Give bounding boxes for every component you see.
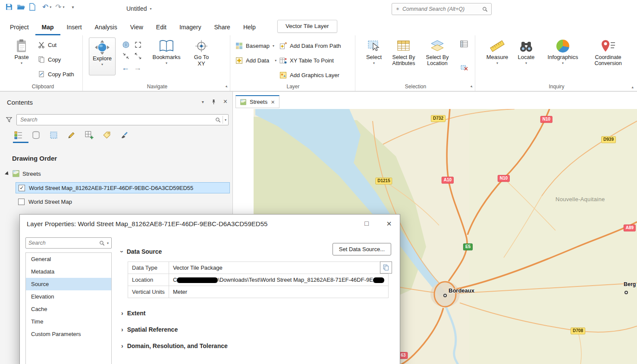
data-source-section-header[interactable]: › Data Source	[121, 248, 162, 255]
dialog-search[interactable]: ▾	[25, 237, 112, 249]
tab-edit[interactable]: Edit	[150, 19, 173, 35]
coordinate-conversion-button[interactable]: Coordinate Conversion	[589, 38, 627, 67]
list-by-labeling-button[interactable]	[101, 130, 112, 140]
open-project-icon[interactable]	[17, 3, 25, 11]
nav-item-source[interactable]: Source	[26, 278, 111, 290]
list-by-drawing-order-button[interactable]	[13, 130, 23, 140]
infographics-dropdown-icon[interactable]: ▾	[562, 61, 564, 65]
tab-analysis[interactable]: Analysis	[88, 19, 124, 35]
nav-item-cache[interactable]: Cache	[26, 303, 111, 315]
save-project-icon[interactable]	[5, 3, 13, 11]
tab-insert[interactable]: Insert	[60, 19, 88, 35]
infographics-button[interactable]: Infographics ▾	[546, 38, 580, 65]
filter-icon[interactable]	[6, 116, 13, 123]
new-project-icon[interactable]	[29, 3, 36, 11]
copy-button[interactable]: Copy	[38, 55, 61, 64]
list-by-data-source-button[interactable]	[31, 130, 41, 140]
zoom-expand-button[interactable]	[134, 52, 142, 60]
tree-item-map[interactable]: Streets	[5, 170, 41, 177]
add-graphics-layer-button[interactable]: Add Graphics Layer	[279, 71, 339, 79]
search-chevron-icon[interactable]: ▾	[107, 241, 109, 245]
attribute-table-button[interactable]	[460, 40, 468, 48]
layer-row-vector-tile[interactable]: ✓ World Street Map_81262AE8-71EF-46DF-9E…	[16, 182, 230, 193]
basemap-button[interactable]: Basemap ▾	[235, 41, 274, 50]
command-search-input[interactable]	[402, 6, 480, 12]
undo-dropdown-icon[interactable]: ▾	[50, 5, 51, 9]
locate-dropdown-icon[interactable]: ▾	[525, 61, 527, 65]
zoom-contract-button[interactable]	[122, 52, 130, 60]
command-search[interactable]: ✶	[392, 3, 492, 15]
add-data-button[interactable]: Add Data ▾	[235, 56, 276, 65]
list-by-editing-button[interactable]	[66, 130, 76, 140]
add-data-from-path-button[interactable]: Add Data From Path	[279, 41, 341, 50]
redo-button[interactable]: ↷▾	[55, 3, 64, 11]
maximize-icon[interactable]: □	[360, 217, 373, 230]
extent-section-header[interactable]: › Extent	[121, 310, 145, 317]
dialog-search-input[interactable]	[28, 240, 97, 246]
expand-collapse-icon[interactable]	[5, 171, 10, 176]
nav-item-general[interactable]: General	[26, 253, 111, 265]
set-data-source-button[interactable]: Set Data Source...	[333, 243, 391, 255]
add-data-from-path-icon	[279, 42, 287, 50]
bookmarks-dropdown-icon[interactable]: ▾	[166, 61, 167, 65]
clear-selection-button[interactable]	[460, 64, 468, 72]
select-by-location-button[interactable]: Select By Location	[423, 38, 452, 67]
full-extent-button[interactable]	[122, 40, 130, 49]
paste-button[interactable]: Paste ▾	[10, 38, 33, 65]
add-data-dropdown-icon[interactable]: ▾	[275, 59, 276, 62]
select-by-attributes-button[interactable]: Select By Attributes	[389, 38, 418, 67]
copy-location-button[interactable]	[380, 261, 392, 274]
close-tab-icon[interactable]: ×	[271, 98, 275, 106]
explore-dropdown-icon[interactable]: ▾	[101, 62, 103, 66]
nav-item-custom-parameters[interactable]: Custom Parameters	[26, 328, 111, 340]
search-options-chevron-icon[interactable]: ▾	[225, 118, 226, 122]
ribbon-collapse-icon[interactable]: ▴	[631, 85, 634, 89]
xy-table-to-point-button[interactable]: XY Table To Point	[279, 56, 334, 65]
spatial-reference-section-header[interactable]: › Spatial Reference	[121, 326, 178, 333]
project-title[interactable]: Untitled ▾	[126, 5, 151, 12]
nav-item-time[interactable]: Time	[26, 315, 111, 328]
copy-path-button[interactable]: Copy Path	[38, 70, 74, 78]
list-by-symbology-button[interactable]	[119, 130, 129, 140]
previous-extent-button[interactable]: ←	[122, 64, 129, 72]
undo-button[interactable]: ↶▾	[42, 3, 51, 11]
domain-resolution-tolerance-section-header[interactable]: › Domain, Resolution, and Tolerance	[121, 342, 228, 349]
tab-project[interactable]: Project	[3, 19, 35, 35]
select-button[interactable]: Select ▾	[363, 38, 385, 65]
customize-toolbar-icon[interactable]: ▾	[72, 5, 74, 9]
map-view-tab-streets[interactable]: Streets ×	[235, 95, 279, 108]
nav-item-metadata[interactable]: Metadata	[26, 265, 111, 278]
redo-dropdown-icon[interactable]: ▾	[63, 5, 65, 9]
go-to-xy-button[interactable]: Go To XY	[190, 38, 213, 67]
bookmarks-button[interactable]: Bookmarks ▾	[150, 38, 183, 65]
paste-dropdown-icon[interactable]: ▾	[21, 61, 22, 65]
cut-button[interactable]: Cut	[38, 40, 56, 49]
next-extent-button[interactable]: →	[134, 64, 141, 72]
select-dropdown-icon[interactable]: ▾	[373, 61, 375, 65]
contents-search[interactable]: ▾	[16, 114, 229, 125]
layer-checkbox-checked[interactable]: ✓	[19, 185, 25, 191]
list-by-selection-button[interactable]	[48, 130, 59, 140]
tab-imagery[interactable]: Imagery	[173, 19, 208, 35]
list-by-snapping-button[interactable]	[84, 130, 94, 140]
fixed-zoom-in-button[interactable]	[134, 40, 142, 49]
measure-dropdown-icon[interactable]: ▾	[496, 61, 498, 65]
pane-menu-chevron-icon[interactable]: ▾	[202, 100, 204, 104]
close-icon[interactable]: ×	[383, 217, 395, 230]
tab-help[interactable]: Help	[237, 19, 262, 35]
nav-item-elevation[interactable]: Elevation	[26, 290, 111, 303]
measure-button[interactable]: Measure ▾	[485, 38, 510, 65]
basemap-dropdown-icon[interactable]: ▾	[273, 44, 274, 48]
layer-checkbox-unchecked[interactable]	[18, 199, 25, 205]
locate-button[interactable]: Locate ▾	[515, 38, 537, 65]
close-pane-icon[interactable]: ×	[223, 99, 227, 105]
explore-button[interactable]: Explore ▾	[89, 37, 116, 75]
tab-vector-tile-layer[interactable]: Vector Tile Layer	[277, 20, 337, 33]
pin-icon[interactable]	[211, 99, 217, 105]
layer-row-world-street-map[interactable]: World Street Map	[16, 196, 230, 207]
tab-map[interactable]: Map	[35, 19, 60, 35]
dialog-title-bar[interactable]: Layer Properties: World Street Map_81262…	[20, 215, 400, 233]
tab-share[interactable]: Share	[208, 19, 237, 35]
tab-view[interactable]: View	[124, 19, 150, 35]
contents-search-input[interactable]	[17, 117, 215, 123]
